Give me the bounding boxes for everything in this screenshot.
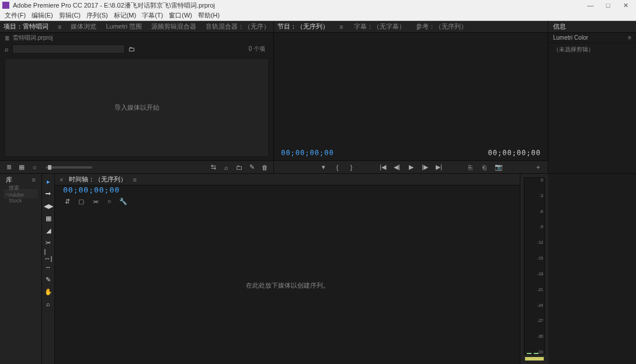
project-search-input[interactable] xyxy=(12,44,125,54)
panel-menu-icon[interactable]: ≡ xyxy=(133,176,136,183)
thumb-view-button[interactable]: ▦ xyxy=(18,163,26,172)
auto-match-button[interactable]: ⇆ xyxy=(209,163,217,172)
button-editor-icon[interactable]: ＋ xyxy=(534,163,542,172)
panel-menu-icon[interactable]: ≡ xyxy=(58,23,61,30)
rolling-edit-tool[interactable]: ▦ xyxy=(44,214,53,222)
bin-icon: ≣ xyxy=(5,35,9,41)
export-frame-button[interactable]: 📷 xyxy=(495,163,503,172)
scale-tick: -9 xyxy=(537,225,543,229)
ripple-edit-tool[interactable]: ◀▶ xyxy=(44,202,53,210)
menu-window[interactable]: 窗口(W) xyxy=(166,11,194,20)
play-button[interactable]: ▶ xyxy=(407,163,415,172)
project-crumb: 雷特唱词.prproj xyxy=(13,34,53,42)
tab-reference-monitor[interactable]: 参考：（无序列） xyxy=(416,22,467,31)
audio-meters: 0-3-6-9-12-15-18-21-24-27-30-33 xyxy=(524,177,545,355)
meter-channel-right xyxy=(534,353,538,354)
import-media-hint: 导入媒体以开始 xyxy=(114,103,159,112)
side-empty xyxy=(548,174,636,364)
slide-tool[interactable]: ↔ xyxy=(44,263,53,271)
stock-search[interactable]: ⌕ 搜索 Adobe Stock xyxy=(4,189,38,198)
scale-tick: -21 xyxy=(537,288,543,292)
wrench-icon[interactable]: 🔧 xyxy=(119,197,127,205)
new-bin-button[interactable]: 🗀 xyxy=(235,163,243,172)
close-button[interactable]: ✕ xyxy=(622,2,629,9)
tab-timeline[interactable]: 时间轴：（无序列） xyxy=(69,175,127,184)
lumetri-color-label[interactable]: Lumetri Color xyxy=(553,34,588,41)
hand-tool[interactable]: ✋ xyxy=(44,288,53,296)
panel-menu-icon[interactable]: ≡ xyxy=(628,34,631,41)
delete-button[interactable]: 🗑 xyxy=(260,163,269,172)
scale-tick: -15 xyxy=(537,256,543,260)
step-back-button[interactable]: ◀| xyxy=(393,163,401,172)
tab-program-monitor[interactable]: 节目：（无序列） xyxy=(277,22,329,31)
timeline-drop-hint: 在此处放下媒体以创建序列。 xyxy=(246,281,329,290)
window-title: Adobe Premiere Pro CC 2017 - E:\8.02潘飞对话… xyxy=(13,1,587,10)
app-icon xyxy=(2,2,9,9)
linked-selection-toggle[interactable]: ⫘ xyxy=(91,197,99,205)
new-item-button[interactable]: ✎ xyxy=(248,163,256,172)
stock-search-placeholder: 搜索 Adobe Stock xyxy=(9,184,36,204)
tab-project[interactable]: 项目：雷特唱词 xyxy=(4,22,48,31)
timeline-timecode[interactable]: 00;00;00;00 xyxy=(55,186,520,196)
settings-button[interactable]: ○ xyxy=(105,197,113,205)
minimize-button[interactable]: — xyxy=(587,2,594,9)
extract-button[interactable]: ⎗ xyxy=(481,163,489,172)
info-panel-title[interactable]: 信息 xyxy=(548,21,636,33)
folder-icon[interactable]: 🗀 xyxy=(128,46,135,52)
menu-marker[interactable]: 标记(M) xyxy=(112,11,139,20)
program-monitor: 00;00;00;00 00;00;00;00 xyxy=(274,33,548,160)
panel-menu-icon[interactable]: ≡ xyxy=(32,176,36,183)
add-marker-button[interactable]: ▢ xyxy=(77,197,85,205)
rate-stretch-tool[interactable]: ◢ xyxy=(44,226,53,235)
tab-media-browser[interactable]: 媒体浏览 xyxy=(71,22,96,31)
scale-tick: 0 xyxy=(537,178,543,182)
scale-tick: -30 xyxy=(537,334,543,338)
menu-help[interactable]: 帮助(H) xyxy=(196,11,222,20)
tab-lumetri-scopes[interactable]: Lumetri 范围 xyxy=(106,22,142,31)
panel-menu-icon[interactable]: ≡ xyxy=(339,23,343,30)
search-icon: ⌕ xyxy=(5,46,9,52)
scale-tick: -24 xyxy=(537,303,543,307)
pen-tool[interactable]: ✎ xyxy=(44,275,53,284)
menu-clip[interactable]: 剪辑(C) xyxy=(57,11,83,20)
goto-in-button[interactable]: |◀ xyxy=(379,163,387,172)
snap-toggle[interactable]: ⇵ xyxy=(63,197,71,205)
tab-subtitle-monitor[interactable]: 字幕：（无字幕） xyxy=(354,22,405,31)
menu-sequence[interactable]: 序列(S) xyxy=(84,11,110,20)
maximize-button[interactable]: □ xyxy=(604,2,611,9)
meter-footer xyxy=(525,357,544,360)
lift-button[interactable]: ⎘ xyxy=(467,163,475,172)
track-select-tool[interactable]: ⮕ xyxy=(44,190,53,198)
list-view-button[interactable]: ≣ xyxy=(5,163,13,172)
goto-out-button[interactable]: ▶| xyxy=(435,163,443,172)
selection-tool[interactable]: ▸ xyxy=(44,177,53,186)
freeform-view-button[interactable]: ○ xyxy=(30,163,39,172)
item-count: 0 个项 xyxy=(249,45,265,53)
slip-tool[interactable]: |↔| xyxy=(44,251,53,259)
project-media-area[interactable]: 导入媒体以开始 xyxy=(5,58,269,157)
mark-out-button[interactable]: } xyxy=(347,163,356,172)
menu-subtitle[interactable]: 字幕(T) xyxy=(140,11,165,20)
mark-in-button[interactable]: { xyxy=(333,163,342,172)
menu-edit[interactable]: 编辑(E) xyxy=(29,11,55,20)
scale-tick: -3 xyxy=(537,194,543,198)
thumbnail-size-slider[interactable] xyxy=(46,166,92,169)
scale-tick: -27 xyxy=(537,318,543,323)
program-tc-current[interactable]: 00;00;00;00 xyxy=(281,149,333,157)
tab-libraries[interactable]: 库 xyxy=(6,176,12,184)
menu-file[interactable]: 文件(F) xyxy=(2,11,28,20)
tab-audio-mixer[interactable]: 音轨混合器：（无序） xyxy=(206,22,270,31)
scale-tick: -6 xyxy=(537,209,543,214)
add-marker-button[interactable]: ▾ xyxy=(319,163,328,172)
razor-tool[interactable]: ✂ xyxy=(44,239,53,247)
no-clip-selected: （未选择剪辑） xyxy=(548,43,636,56)
scale-tick: -12 xyxy=(537,240,543,244)
zoom-tool[interactable]: ⌕ xyxy=(44,300,53,308)
program-tc-duration: 00;00;00;00 xyxy=(488,149,541,157)
find-button[interactable]: ⌕ xyxy=(222,163,230,172)
tab-source-mixer[interactable]: 源频剪辑混合器 xyxy=(151,22,196,31)
menubar: 文件(F) 编辑(E) 剪辑(C) 序列(S) 标记(M) 字幕(T) 窗口(W… xyxy=(0,10,636,21)
timeline-drop-area[interactable]: 在此处放下媒体以创建序列。 xyxy=(55,206,520,364)
step-forward-button[interactable]: |▶ xyxy=(421,163,429,172)
scale-tick: -18 xyxy=(537,272,543,276)
